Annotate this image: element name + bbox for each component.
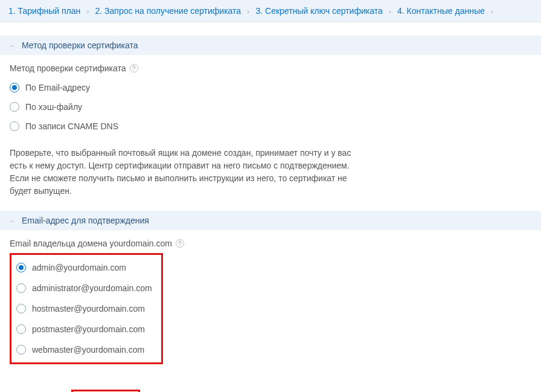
breadcrumb-step-1[interactable]: 1. Тарифный план — [8, 6, 80, 16]
next-button-highlight: Далее >> — [71, 390, 139, 392]
breadcrumb-step-4[interactable]: 4. Контактные данные — [397, 6, 485, 16]
chevron-right-icon: › — [389, 7, 391, 16]
radio-icon — [16, 283, 26, 293]
section-header-method[interactable]: ︿ Метод проверки сертификата — [0, 36, 541, 55]
radio-icon — [10, 102, 19, 112]
radio-email-admin[interactable]: admin@yourdomain.com — [16, 257, 156, 278]
radio-email-administrator[interactable]: administrator@yourdomain.com — [16, 278, 156, 298]
radio-label: hostmaster@yourdomain.com — [32, 304, 145, 313]
radio-icon — [16, 345, 26, 355]
radio-method-cname[interactable]: По записи CNAME DNS — [10, 117, 531, 136]
radio-label: admin@yourdomain.com — [32, 263, 126, 272]
radio-email-postmaster[interactable]: postmaster@yourdomain.com — [16, 319, 156, 339]
radio-method-email[interactable]: По Email-адресу — [10, 78, 531, 97]
section-header-email[interactable]: ︿ Email-адрес для подтверждения — [0, 211, 541, 230]
chevron-right-icon: › — [86, 7, 89, 16]
caret-up-icon: ︿ — [10, 41, 16, 50]
radio-label: postmaster@yourdomain.com — [32, 324, 145, 334]
button-bar: << Назад Далее >> Отмена — [0, 375, 541, 392]
radio-icon — [16, 324, 26, 334]
radio-icon — [10, 121, 19, 131]
breadcrumb-step-3[interactable]: 3. Секретный ключ сертификата — [255, 6, 382, 16]
info-text: Проверьте, что выбранный почтовый ящик н… — [0, 136, 374, 198]
section-title: Email-адрес для подтверждения — [22, 216, 149, 225]
field-label-email: Email владельца домена yourdomain.com ? — [10, 239, 531, 248]
chevron-right-icon: › — [491, 7, 493, 16]
radio-icon — [16, 304, 26, 313]
radio-label: По Email-адресу — [25, 83, 90, 92]
section-title: Метод проверки сертификата — [22, 40, 138, 50]
radio-label: По записи CNAME DNS — [25, 121, 118, 131]
caret-up-icon: ︿ — [10, 216, 16, 225]
radio-label: administrator@yourdomain.com — [32, 283, 152, 293]
field-label-method: Метод проверки сертификата ? — [10, 63, 531, 73]
help-icon[interactable]: ? — [130, 64, 138, 72]
radio-email-webmaster[interactable]: webmaster@yourdomain.com — [16, 339, 156, 360]
help-icon[interactable]: ? — [176, 239, 184, 248]
radio-email-hostmaster[interactable]: hostmaster@yourdomain.com — [16, 298, 156, 319]
radio-label: webmaster@yourdomain.com — [32, 345, 144, 355]
radio-method-hash[interactable]: По хэш-файлу — [10, 97, 531, 117]
breadcrumb: 1. Тарифный план › 2. Запрос на получени… — [0, 0, 541, 22]
radio-icon — [16, 263, 26, 272]
radio-icon — [10, 83, 19, 92]
radio-label: По хэш-файлу — [25, 102, 82, 112]
chevron-right-icon: › — [247, 7, 249, 16]
email-list-highlight: admin@yourdomain.com administrator@yourd… — [10, 253, 163, 364]
breadcrumb-step-2[interactable]: 2. Запрос на получение сертификата — [95, 6, 242, 16]
